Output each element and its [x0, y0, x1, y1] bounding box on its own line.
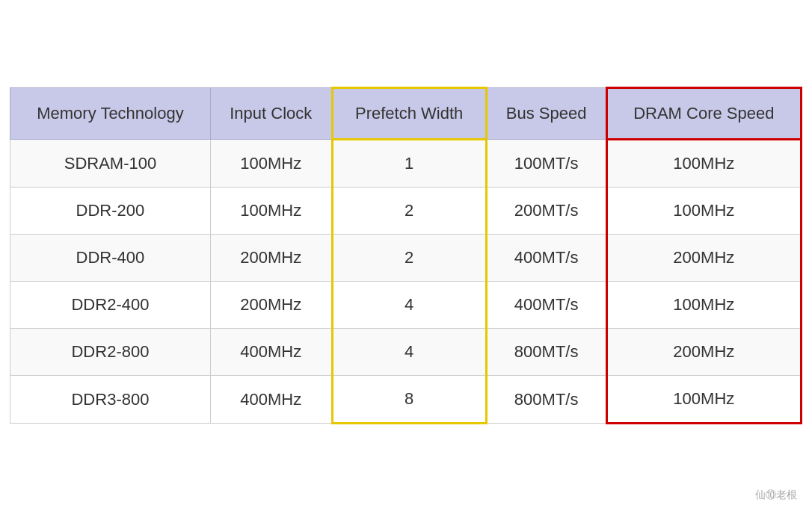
memory-table: Memory Technology Input Clock Prefetch W… — [10, 87, 802, 425]
cell-dram-core-speed: 200MHz — [606, 235, 801, 282]
cell-bus-speed: 200MT/s — [486, 188, 606, 235]
cell-bus-speed: 400MT/s — [486, 235, 606, 282]
cell-dram-core-speed: 100MHz — [606, 140, 801, 188]
cell-prefetch-width: 1 — [332, 140, 486, 188]
cell-input-clock: 100MHz — [210, 188, 332, 235]
table-row: DDR3-800400MHz8800MT/s100MHz — [10, 376, 802, 424]
cell-memory-technology: DDR-400 — [10, 235, 211, 282]
cell-bus-speed: 800MT/s — [486, 376, 606, 424]
header-prefetch-width: Prefetch Width — [332, 87, 486, 140]
watermark: 仙⑩老根 — [755, 489, 797, 502]
cell-input-clock: 200MHz — [210, 282, 332, 329]
table-wrapper: Memory Technology Input Clock Prefetch W… — [10, 87, 802, 425]
cell-input-clock: 100MHz — [210, 140, 332, 188]
cell-dram-core-speed: 200MHz — [606, 329, 801, 376]
header-memory-technology: Memory Technology — [10, 87, 211, 140]
table-row: DDR-400200MHz2400MT/s200MHz — [10, 235, 802, 282]
table-header-row: Memory Technology Input Clock Prefetch W… — [10, 87, 802, 140]
header-bus-speed: Bus Speed — [486, 87, 606, 140]
cell-memory-technology: DDR2-800 — [10, 329, 211, 376]
cell-prefetch-width: 2 — [332, 235, 486, 282]
cell-memory-technology: DDR3-800 — [10, 376, 211, 424]
cell-prefetch-width: 4 — [332, 282, 486, 329]
cell-memory-technology: DDR-200 — [10, 188, 211, 235]
cell-input-clock: 400MHz — [210, 376, 332, 424]
cell-prefetch-width: 8 — [332, 376, 486, 424]
cell-bus-speed: 800MT/s — [486, 329, 606, 376]
cell-dram-core-speed: 100MHz — [606, 282, 801, 329]
cell-prefetch-width: 4 — [332, 329, 486, 376]
cell-bus-speed: 100MT/s — [486, 140, 606, 188]
table-row: SDRAM-100100MHz1100MT/s100MHz — [10, 140, 802, 188]
cell-input-clock: 200MHz — [210, 235, 332, 282]
table-row: DDR2-400200MHz4400MT/s100MHz — [10, 282, 802, 329]
cell-prefetch-width: 2 — [332, 188, 486, 235]
cell-bus-speed: 400MT/s — [486, 282, 606, 329]
header-dram-core-speed: DRAM Core Speed — [606, 87, 801, 140]
header-input-clock: Input Clock — [210, 87, 332, 140]
table-row: DDR2-800400MHz4800MT/s200MHz — [10, 329, 802, 376]
cell-dram-core-speed: 100MHz — [606, 376, 801, 424]
cell-memory-technology: SDRAM-100 — [10, 140, 211, 188]
cell-memory-technology: DDR2-400 — [10, 282, 211, 329]
cell-input-clock: 400MHz — [210, 329, 332, 376]
table-row: DDR-200100MHz2200MT/s100MHz — [10, 188, 802, 235]
cell-dram-core-speed: 100MHz — [606, 188, 801, 235]
